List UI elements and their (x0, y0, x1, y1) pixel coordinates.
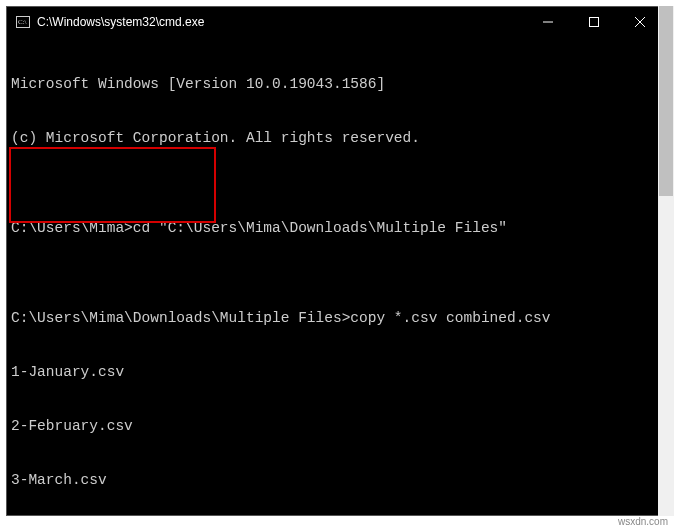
output-line: C:\Users\Mima>cd "C:\Users\Mima\Download… (11, 219, 659, 237)
output-line: 2-February.csv (11, 417, 659, 435)
output-line: Microsoft Windows [Version 10.0.19043.15… (11, 75, 659, 93)
output-line: 3-March.csv (11, 471, 659, 489)
svg-text:C:\: C:\ (18, 18, 27, 26)
cmd-window: C:\ C:\Windows\system32\cmd.exe Microsof… (6, 6, 664, 516)
output-line: 1-January.csv (11, 363, 659, 381)
window-title: C:\Windows\system32\cmd.exe (37, 15, 204, 29)
scrollbar-thumb[interactable] (659, 6, 673, 196)
close-button[interactable] (617, 7, 663, 37)
titlebar[interactable]: C:\ C:\Windows\system32\cmd.exe (7, 7, 663, 37)
maximize-button[interactable] (571, 7, 617, 37)
svg-rect-3 (590, 18, 599, 27)
annotation-highlight (9, 147, 216, 223)
minimize-button[interactable] (525, 7, 571, 37)
cmd-icon: C:\ (15, 14, 31, 30)
terminal-output[interactable]: Microsoft Windows [Version 10.0.19043.15… (7, 37, 663, 515)
page-scrollbar[interactable] (658, 6, 674, 516)
watermark: wsxdn.com (618, 516, 668, 527)
output-line: (c) Microsoft Corporation. All rights re… (11, 129, 659, 147)
output-line: C:\Users\Mima\Downloads\Multiple Files>c… (11, 309, 659, 327)
